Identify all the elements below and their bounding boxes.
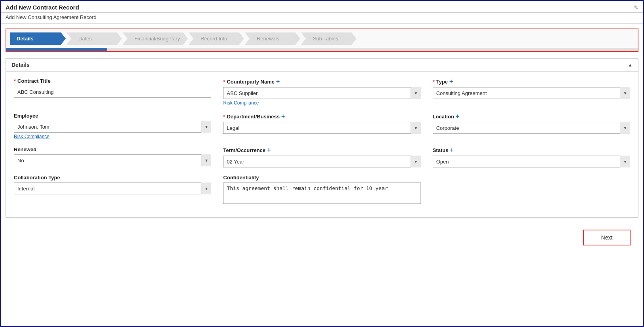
status-label: Status +: [433, 146, 630, 154]
renewed-select-wrapper: No ▼: [14, 154, 211, 166]
contract-title-group: * Contract Title: [14, 78, 211, 98]
form-row-4: Collaboration Type Internal ▼ Confidenti…: [14, 175, 630, 204]
form-row-1: * Contract Title * Counterparty Name + A…: [14, 78, 630, 106]
counterparty-select-wrapper: ABC Supplier ▼: [223, 87, 420, 99]
location-label: Location +: [433, 113, 630, 120]
details-body: * Contract Title * Counterparty Name + A…: [6, 72, 638, 217]
location-select-wrapper: Corporate ▼: [433, 122, 630, 134]
collapse-icon[interactable]: ▲: [628, 62, 633, 68]
main-window: Add New Contract Record ✎ Add New Consul…: [0, 0, 644, 327]
required-star-4: *: [223, 114, 225, 120]
employee-select[interactable]: Johnson, Tom: [14, 121, 211, 133]
renewed-label: Renewed: [14, 146, 211, 152]
renewed-select[interactable]: No: [14, 154, 211, 166]
details-section: Details ▲ * Contract Title * Counterpart…: [6, 58, 638, 218]
collaboration-label: Collaboration Type: [14, 175, 211, 181]
collaboration-select[interactable]: Internal: [14, 183, 211, 194]
counterparty-name-group: * Counterparty Name + ABC Supplier ▼ Ris…: [223, 78, 420, 106]
type-select[interactable]: Consulting Agreement: [433, 87, 630, 99]
required-star-3: *: [433, 79, 435, 85]
term-label: Term/Occurrence +: [223, 146, 420, 154]
employee-group: Employee Johnson, Tom ▼ Risk Compliance: [14, 113, 211, 139]
window-subtitle: Add New Consulting Agreement Record: [1, 13, 643, 24]
wizard-steps: Details Dates Financial/Budgetary Record…: [6, 29, 638, 48]
department-select-wrapper: Legal ▼: [223, 122, 420, 134]
type-group: * Type + Consulting Agreement ▼: [433, 78, 630, 99]
employee-risk-link[interactable]: Risk Compliance: [14, 134, 211, 139]
tab-sub-tables[interactable]: Sub Tables: [301, 32, 356, 45]
department-add-plus[interactable]: +: [281, 113, 285, 120]
tab-details[interactable]: Details: [10, 32, 66, 45]
required-star-1: *: [14, 78, 16, 84]
form-row-2: Employee Johnson, Tom ▼ Risk Compliance …: [14, 113, 630, 139]
term-select[interactable]: 02 Year: [223, 156, 420, 167]
employee-select-wrapper: Johnson, Tom ▼: [14, 121, 211, 133]
required-star-2: *: [223, 79, 225, 85]
department-select[interactable]: Legal: [223, 122, 420, 134]
status-group: Status + Open ▼: [433, 146, 630, 167]
location-add-plus[interactable]: +: [456, 113, 459, 120]
term-group: Term/Occurrence + 02 Year ▼: [223, 146, 420, 167]
tab-financial[interactable]: Financial/Budgetary: [123, 32, 188, 45]
status-select[interactable]: Open: [433, 156, 630, 167]
counterparty-name-label: * Counterparty Name +: [223, 78, 420, 85]
progress-bar-container: [6, 48, 638, 51]
employee-label: Employee: [14, 113, 211, 119]
location-group: Location + Corporate ▼: [433, 113, 630, 134]
confidentiality-label: Confidentiality: [223, 175, 420, 181]
details-header: Details ▲: [6, 59, 638, 72]
wizard-container: Details Dates Financial/Budgetary Record…: [6, 29, 638, 52]
counterparty-risk-link[interactable]: Risk Compliance: [223, 100, 420, 106]
tab-dates[interactable]: Dates: [66, 32, 122, 45]
status-add-plus[interactable]: +: [450, 146, 453, 154]
term-add-plus[interactable]: +: [267, 146, 271, 154]
department-label: * Department/Business +: [223, 113, 420, 120]
collaboration-group: Collaboration Type Internal ▼: [14, 175, 211, 194]
counterparty-add-plus[interactable]: +: [276, 78, 280, 85]
location-select[interactable]: Corporate: [433, 122, 630, 134]
next-button[interactable]: Next: [583, 230, 631, 245]
footer-bar: Next: [6, 224, 638, 251]
progress-bar-fill: [6, 48, 107, 51]
title-bar: Add New Contract Record ✎: [1, 1, 643, 13]
details-heading: Details: [11, 62, 30, 68]
confidentiality-textarea[interactable]: [223, 183, 420, 204]
contract-title-input[interactable]: [14, 86, 211, 98]
type-label: * Type +: [433, 78, 630, 85]
confidentiality-group: Confidentiality: [223, 175, 420, 204]
status-select-wrapper: Open ▼: [433, 156, 630, 167]
renewed-group: Renewed No ▼: [14, 146, 211, 166]
form-row-3: Renewed No ▼ Term/Occurrence +: [14, 146, 630, 167]
term-select-wrapper: 02 Year ▼: [223, 156, 420, 167]
close-icon[interactable]: ✎: [634, 4, 638, 11]
window-title: Add New Contract Record: [6, 4, 79, 11]
counterparty-select[interactable]: ABC Supplier: [223, 87, 420, 99]
type-select-wrapper: Consulting Agreement ▼: [433, 87, 630, 99]
tab-renewals[interactable]: Renewals: [245, 32, 300, 45]
department-group: * Department/Business + Legal ▼: [223, 113, 420, 134]
type-add-plus[interactable]: +: [449, 78, 453, 85]
contract-title-label: * Contract Title: [14, 78, 211, 84]
collaboration-select-wrapper: Internal ▼: [14, 183, 211, 194]
tab-record-info[interactable]: Record Info: [189, 32, 244, 45]
